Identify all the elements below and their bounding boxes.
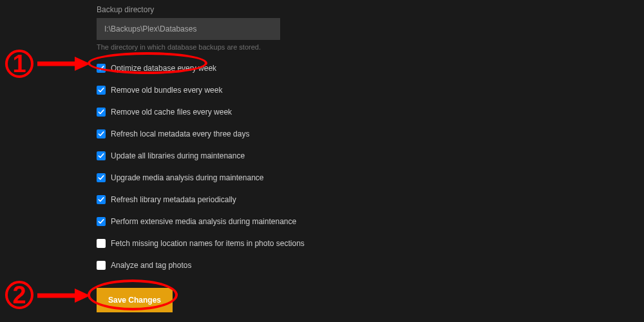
checkbox[interactable] [97, 217, 106, 226]
check-icon [98, 131, 104, 137]
save-changes-button[interactable]: Save Changes [97, 288, 173, 312]
checkbox-row: Refresh library metadata periodically [97, 195, 644, 204]
checkbox-label: Analyze and tag photos [111, 261, 191, 270]
checkbox[interactable] [97, 108, 106, 117]
checkbox[interactable] [97, 129, 106, 138]
checkbox[interactable] [97, 64, 106, 73]
check-icon [98, 153, 104, 159]
checkbox-label: Perform extensive media analysis during … [111, 217, 296, 226]
checkbox-row: Analyze and tag photos [97, 261, 644, 270]
checkbox-row: Remove old bundles every week [97, 86, 644, 95]
checkbox-label: Optimize database every week [111, 64, 216, 73]
backup-directory-input[interactable] [97, 18, 280, 40]
checkbox-label: Remove old cache files every week [111, 108, 232, 117]
checkbox-label: Update all libraries during maintenance [111, 151, 245, 160]
check-icon [98, 218, 104, 225]
backup-directory-help: The directory in which database backups … [97, 43, 644, 51]
checkbox[interactable] [97, 195, 106, 204]
checkbox[interactable] [97, 151, 106, 160]
checkbox-row: Update all libraries during maintenance [97, 151, 644, 160]
check-icon [98, 65, 104, 71]
checkbox[interactable] [97, 239, 106, 248]
check-icon [98, 175, 104, 181]
checkbox-label: Refresh library metadata periodically [111, 195, 236, 204]
settings-panel: Backup directory The directory in which … [0, 0, 644, 312]
checkbox-label: Remove old bundles every week [111, 86, 222, 95]
checkbox-label: Refresh local metadata every three days [111, 129, 249, 138]
checkbox[interactable] [97, 86, 106, 95]
checkbox-row: Perform extensive media analysis during … [97, 217, 644, 226]
checkbox-row: Remove old cache files every week [97, 108, 644, 117]
check-icon [98, 87, 104, 93]
checkbox-row: Refresh local metadata every three days [97, 129, 644, 138]
checkbox-row: Fetch missing location names for items i… [97, 239, 644, 248]
checkbox-row: Upgrade media analysis during maintenanc… [97, 173, 644, 182]
checkbox-label: Fetch missing location names for items i… [111, 239, 305, 248]
checkbox[interactable] [97, 173, 106, 182]
check-icon [98, 109, 104, 115]
checkbox-row: Optimize database every week [97, 64, 644, 73]
check-icon [98, 196, 104, 203]
backup-directory-label: Backup directory [97, 5, 644, 14]
checkbox-label: Upgrade media analysis during maintenanc… [111, 173, 263, 182]
checkbox[interactable] [97, 261, 106, 270]
